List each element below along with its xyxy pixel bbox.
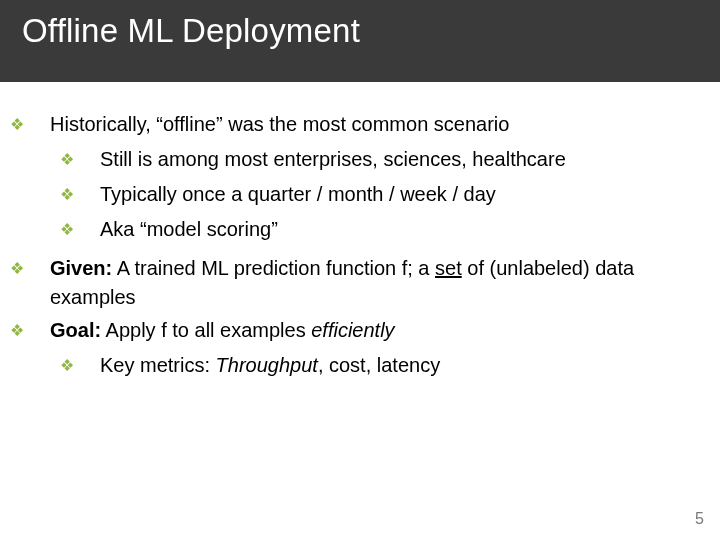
bullet-item: ❖Given: A trained ML prediction function… xyxy=(30,254,690,312)
diamond-icon: ❖ xyxy=(80,148,100,171)
diamond-icon: ❖ xyxy=(30,113,50,136)
sub-bullet-list: ❖Still is among most enterprises, scienc… xyxy=(50,145,690,244)
sub-bullet-italic: Throughput xyxy=(216,354,318,376)
diamond-icon: ❖ xyxy=(30,319,50,342)
bullet-underline: set xyxy=(435,257,462,279)
bullet-text: Apply f to all examples xyxy=(101,319,311,341)
slide: Offline ML Deployment ❖Historically, “of… xyxy=(0,0,720,540)
sub-bullet-item: ❖Aka “model scoring” xyxy=(80,215,690,244)
diamond-icon: ❖ xyxy=(80,354,100,377)
sub-bullet-text: Still is among most enterprises, science… xyxy=(100,148,566,170)
page-number: 5 xyxy=(695,510,704,528)
bullet-italic: efficiently xyxy=(311,319,394,341)
diamond-icon: ❖ xyxy=(80,183,100,206)
bullet-text: Historically, “offline” was the most com… xyxy=(50,113,509,135)
bullet-item: ❖Goal: Apply f to all examples efficient… xyxy=(30,316,690,380)
sub-bullet-item: ❖Typically once a quarter / month / week… xyxy=(80,180,690,209)
sub-bullet-text: , cost, latency xyxy=(318,354,440,376)
sub-bullet-text: Typically once a quarter / month / week … xyxy=(100,183,496,205)
diamond-icon: ❖ xyxy=(30,257,50,280)
slide-content: ❖Historically, “offline” was the most co… xyxy=(0,82,720,380)
bullet-text: A trained ML prediction function f; a xyxy=(112,257,435,279)
diamond-icon: ❖ xyxy=(80,218,100,241)
bullet-label: Given: xyxy=(50,257,112,279)
sub-bullet-text: Aka “model scoring” xyxy=(100,218,278,240)
bullet-item: ❖Historically, “offline” was the most co… xyxy=(30,110,690,244)
sub-bullet-item: ❖Key metrics: Throughput, cost, latency xyxy=(80,351,690,380)
sub-bullet-list: ❖Key metrics: Throughput, cost, latency xyxy=(50,351,690,380)
bullet-list: ❖Historically, “offline” was the most co… xyxy=(30,110,690,380)
slide-title: Offline ML Deployment xyxy=(22,12,698,50)
bullet-label: Goal: xyxy=(50,319,101,341)
sub-bullet-item: ❖Still is among most enterprises, scienc… xyxy=(80,145,690,174)
title-bar: Offline ML Deployment xyxy=(0,0,720,82)
sub-bullet-text: Key metrics: xyxy=(100,354,216,376)
